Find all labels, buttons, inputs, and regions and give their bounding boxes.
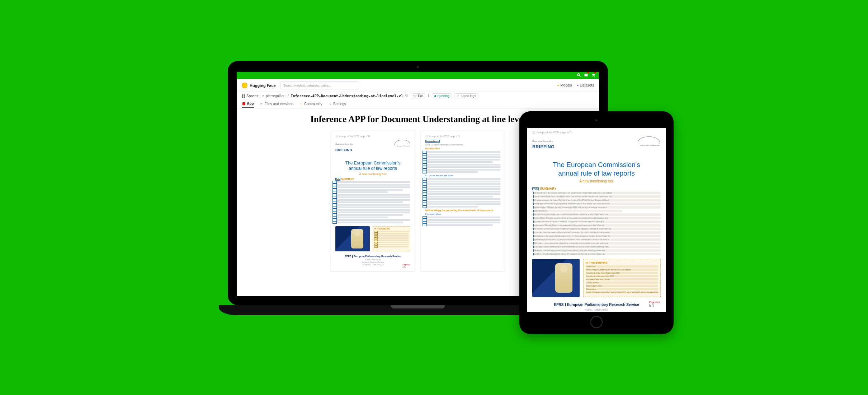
p2-method-heading: Methodology for preparing the annual rul… [425,209,500,212]
hf-logo[interactable]: Hugging Face [242,83,276,88]
summary-line: as it collects data on the state of the … [532,199,661,201]
summary-line: (iv) other institutional checks and bala… [532,220,661,223]
p2-running-head: EPRS | European Parliament Research Serv… [425,144,500,146]
doc-title-l2: annual rule of law reports [558,169,635,177]
tab-app[interactable]: App [242,100,254,108]
copy-icon[interactable] [405,94,409,98]
hf-nav: Models Datasets [557,83,594,87]
pdf-page-label: Image of the PDF page n°1 [425,135,500,138]
briefing-overline: Overview from the [532,140,553,142]
tab-settings-label: Settings [333,102,346,106]
tablet-camera [595,119,598,121]
page-lang: Page-footEN [649,301,660,307]
tab-community[interactable]: Community [299,100,323,108]
p2-body [425,178,500,208]
eprs-abbr: EPRS [554,303,563,307]
p2-subheading: EU values and the rule of law [425,175,500,177]
tab-files[interactable]: Files and versions [259,100,294,108]
cart-icon[interactable] [591,72,595,79]
hf-logo-icon [242,83,247,88]
p2-body [425,151,500,173]
tab-app-label: App [247,102,254,106]
briefing-box-head: IN THIS BRIEFING [586,261,658,265]
status-badge: Running [432,93,452,98]
document-title: The European Commission's annual rule of… [335,161,410,171]
doc-title-l1: The European Commission's [553,161,640,168]
search-icon[interactable] [577,72,581,79]
svg-point-16 [302,103,302,104]
briefing-box-item: Annual rule of law report September 2020 [586,272,658,274]
page-lang-text: EN [402,266,406,268]
pdf-page-label-text: Image of the PDF page n°0 [537,131,571,134]
ep-logo-text: European Parliament [395,145,410,147]
summary-line: permanent fixture. [532,210,622,212]
mail-icon[interactable] [584,72,588,79]
svg-point-4 [594,76,595,77]
pdf-page-0[interactable]: Image of the PDF page n°0 Overview from … [331,131,415,271]
repo-name[interactable]: Inference-APP-Document-Understanding-at-… [291,94,403,98]
search-input[interactable]: Search models, datasets, users... [280,82,359,89]
like-count: 1 [428,94,430,98]
summary-line: organisation of country visits; (iv) pee… [532,238,661,241]
pdf-page-label: Image of the PDF page n°0 [335,135,410,138]
spaces-text: Spaces: [246,94,259,98]
page-lang-text: EN [649,303,654,307]
owner-link[interactable]: pierreguillou [261,94,285,98]
briefing-box-head: IN THIS BRIEFING [374,228,409,230]
p2-page-header: Section-header [425,140,500,142]
summary-heading-text: SUMMARY [540,187,556,190]
laptop-camera [417,66,419,68]
p2-body [425,217,500,226]
spaces-label: Spaces: [242,94,259,98]
summary-line: on the rule of law that meets regularly … [532,231,661,234]
tab-settings[interactable]: Settings [328,100,347,108]
summary-line: contributions to the report; (iii) dialo… [532,235,661,237]
eprs-full: European Parliamentary Research Service [354,255,401,257]
summary-line: published in July 2021 and the third is … [532,206,661,209]
open-logs-button[interactable]: Open logs [454,93,478,98]
svg-line-1 [580,76,581,77]
tablet-screen: Image of the PDF page n°0 Overview from … [527,128,666,312]
summary-line: The reports have met with some criticism… [532,249,661,252]
pdf-page-0-large[interactable]: Image of the PDF page n°0 Overview from … [527,128,666,312]
hf-header: Hugging Face Search models, datasets, us… [237,79,599,92]
svg-rect-2 [585,74,588,76]
summary-heading: TitleSUMMARY [335,178,410,181]
p2-intro-heading: Introduction [425,147,500,150]
doc-members: Members' Research Service [362,261,384,263]
pdf-page-1[interactable]: Image of the PDF page n°1 Section-header… [421,131,505,271]
like-button[interactable]: like [411,93,425,98]
doc-title-l1: The European Commission's [345,161,401,166]
briefing-box-item: Introduction [586,265,658,268]
ep-logo-text: European Parliament [638,144,660,147]
briefing-box-item: Annex – Overview of the main findings of… [586,291,658,293]
summary-heading: TitleSUMMARY [532,187,661,190]
tablet-home-button[interactable] [590,316,603,328]
summary-line: Member States: (i) justice systems; (ii)… [532,217,661,219]
hf-brand: Hugging Face [250,83,276,88]
label-tag: Title [532,187,539,190]
tab-files-label: Files and versions [264,102,293,106]
svg-rect-8 [244,96,245,98]
svg-rect-6 [244,94,245,96]
bottom-columns: IN THIS BRIEFING IntroductionMethodology… [532,259,661,297]
document-subtitle: A new monitoring tool [532,179,661,183]
dot-icon [577,85,579,86]
svg-rect-5 [242,94,243,96]
site-topbar [237,72,599,79]
nav-models[interactable]: Models [557,83,572,87]
briefing-text: BRIEFING [532,144,555,149]
svg-rect-7 [242,96,243,98]
tablet-mockup: Image of the PDF page n°0 Overview from … [519,111,674,334]
briefing-box-item: Council position [586,282,658,284]
summary-line: to the European institutions' rule-of-la… [532,195,661,198]
summary-line: The methodology adopted by the Commissio… [532,213,661,216]
hero-image [532,259,580,297]
briefing-box-item: Stakeholders' views [586,285,658,287]
laptop-trackpad-notch [391,305,445,308]
european-parliament-logo: European Parliament [395,140,410,148]
nav-datasets[interactable]: Datasets [577,83,594,87]
label-tag: Title [335,178,340,181]
page-foot-tag: Page-foot [649,301,660,303]
owner-name: pierreguillou [266,94,285,98]
